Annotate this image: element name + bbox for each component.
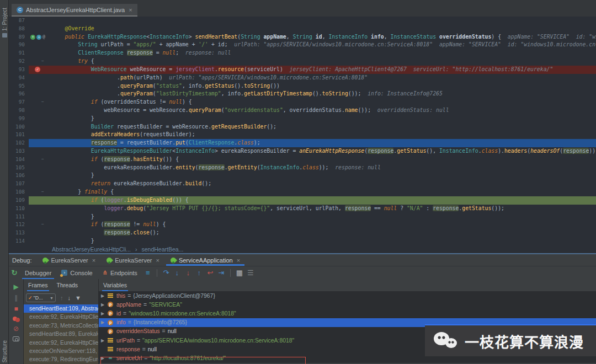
pause-icon[interactable]: ∥ — [14, 295, 18, 302]
code-line-89[interactable]: 89↑↓@ public EurekaHttpResponse<Instance… — [9, 33, 596, 41]
code-line-101[interactable]: 101 addExtraHeaders(requestBuilder); — [9, 131, 596, 139]
fold-marker-icon[interactable]: − — [41, 221, 44, 229]
breadcrumb-method[interactable]: sendHeartBea... — [141, 246, 183, 253]
resume-icon[interactable]: ▶ — [13, 283, 18, 291]
code-line-body: eurekaResponseBuilder.entity(response.ge… — [29, 164, 596, 172]
code-editor[interactable]: 8788 @Override89↑↓@ public EurekaHttpRes… — [9, 17, 596, 245]
variable-row[interactable]: ▶this={JerseyApplicationClient@7967} — [99, 291, 596, 300]
code-line-108[interactable]: 108− } finally { — [9, 188, 596, 196]
variable-row[interactable]: ▶pid="windows10.microdone.cn:ServiceA:80… — [99, 309, 596, 318]
code-line-109[interactable]: 109 if (logger.isDebugEnabled()) { — [9, 196, 596, 205]
fold-marker-icon[interactable]: − — [41, 156, 44, 164]
close-icon[interactable]: × — [129, 7, 132, 13]
code-line-92[interactable]: 92− try { — [9, 57, 596, 66]
evaluate-expression-icon[interactable]: ▦ — [234, 269, 245, 277]
expand-arrow-icon[interactable]: ▶ — [99, 293, 107, 298]
code-line-87[interactable]: 87 — [9, 17, 596, 25]
expand-arrow-icon[interactable]: ▶ — [99, 338, 107, 343]
close-icon[interactable]: × — [92, 257, 95, 264]
close-icon[interactable]: × — [237, 257, 240, 264]
code-line-98[interactable]: 98 webResource = webResource.queryParam(… — [9, 106, 596, 115]
next-frame-icon[interactable]: ↓ — [68, 295, 71, 301]
rerun-icon[interactable]: ↻ — [9, 269, 20, 277]
code-segment: @Override — [65, 25, 94, 31]
previous-frame-icon[interactable]: ↑ — [60, 295, 63, 301]
implements-icon[interactable]: ↓ — [36, 35, 41, 40]
line-number: 92 — [9, 57, 29, 66]
code-line-body: } — [29, 213, 596, 221]
tab-debugger[interactable]: Debugger — [20, 266, 56, 279]
run-tab-ServiceAApplication[interactable]: ServiceAApplication× — [165, 254, 246, 266]
stack-frame-row[interactable]: executeOnNewServer:118, R — [24, 347, 98, 355]
code-line-106[interactable]: 106 } — [9, 172, 596, 180]
tab-console[interactable]: › Console — [56, 266, 97, 279]
code-line-111[interactable]: 111 } — [9, 213, 596, 221]
fold-marker-icon[interactable]: − — [41, 57, 44, 66]
step-into-icon[interactable]: ↓ — [172, 269, 183, 277]
gutter-icons — [29, 229, 47, 237]
overrides-icon[interactable]: ↑ — [30, 35, 35, 40]
stack-frame-row[interactable]: execute:73, MetricsCollecting — [24, 322, 98, 330]
code-line-105[interactable]: 105 eurekaResponseBuilder.entity(respons… — [9, 164, 596, 172]
close-icon[interactable]: × — [156, 257, 159, 264]
run-tab-EurekaServer[interactable]: EurekaServer× — [101, 254, 165, 266]
code-segment: , serviceUrl, urlPath, — [270, 205, 345, 211]
code-line-99[interactable]: 99 } — [9, 115, 596, 123]
tab-frames[interactable]: Frames — [24, 279, 52, 291]
fold-marker-icon[interactable]: − — [41, 188, 44, 196]
run-tab-EurekaServer[interactable]: EurekaServer× — [37, 254, 101, 266]
expand-arrow-icon[interactable]: ▶ — [99, 302, 107, 307]
project-tool-button[interactable]: 1: Project — [0, 8, 9, 38]
code-line-103[interactable]: 103 EurekaHttpResponseBuilder<InstanceIn… — [9, 147, 596, 156]
breakpoint-icon[interactable]: ✓ — [35, 67, 40, 72]
code-line-90[interactable]: 90 String urlPath = "apps/" + appName + … — [9, 41, 596, 49]
view-breakpoints-icon[interactable] — [13, 317, 19, 322]
code-line-104[interactable]: 104− if (response.hasEntity()) { — [9, 156, 596, 164]
code-segment: queryParam — [120, 83, 153, 89]
code-line-97[interactable]: 97− if (overriddenStatus != null) { — [9, 98, 596, 106]
filter-icon[interactable]: ▼ — [75, 295, 81, 301]
stack-frame-row[interactable]: execute:92, EurekaHttpClient — [24, 339, 98, 347]
code-line-114[interactable]: 114 } — [9, 237, 596, 245]
tab-variables[interactable]: Variables — [99, 279, 131, 291]
fold-marker-icon[interactable]: − — [41, 98, 44, 106]
expand-arrow-icon[interactable]: ▶ — [99, 356, 107, 361]
structure-tool-button[interactable]: Structure — [0, 340, 9, 363]
mute-breakpoints-icon[interactable]: ⊘ — [13, 325, 19, 333]
code-line-107[interactable]: 107 return eurekaResponseBuilder.build()… — [9, 180, 596, 188]
code-line-100[interactable]: 100 Builder requestBuilder = webResource… — [9, 123, 596, 131]
drop-frame-icon[interactable]: ↩ — [205, 269, 216, 277]
code-line-113[interactable]: 113 response.close(); — [9, 229, 596, 237]
code-text: logger.debug("Jersey HTTP PUT {}/{}; sta… — [47, 205, 596, 213]
code-line-91[interactable]: 91 ClientResponse response = null; respo… — [9, 49, 596, 57]
code-line-95[interactable]: 95 .queryParam("status", info.getStatus(… — [9, 82, 596, 90]
tab-threads[interactable]: Threads — [52, 279, 83, 291]
code-line-94[interactable]: 94 .path(urlPath) urlPath: "apps/SERVICE… — [9, 74, 596, 82]
line-number: 108 — [9, 188, 29, 196]
breadcrumb-file[interactable]: AbstractJerseyEurekaHttpCli... — [52, 246, 131, 253]
thread-dropdown[interactable]: ✓ "D... ▼ — [26, 293, 56, 302]
layout-menu-icon[interactable]: ≡ — [142, 269, 153, 277]
code-line-88[interactable]: 88 @Override — [9, 25, 596, 33]
step-over-icon[interactable]: ↷ — [161, 269, 172, 277]
tab-endpoints[interactable]: ⋔ Endpoints — [98, 266, 142, 279]
stack-frame-row[interactable]: sendHeartBeat:109, Abstract — [24, 304, 98, 313]
code-line-102[interactable]: 102 response = requestBuilder.put(Client… — [9, 139, 596, 147]
expand-arrow-icon[interactable]: ▶ — [99, 320, 107, 325]
stack-frame-row[interactable]: execute:92, EurekaHttpClient — [24, 313, 98, 321]
stop-icon[interactable]: ■ — [14, 306, 18, 313]
code-line-96[interactable]: 96 .queryParam("lastDirtyTimestamp", inf… — [9, 90, 596, 98]
stack-frame-row[interactable]: sendHeartBeat:89, EurekaHtt — [24, 330, 98, 338]
variable-row[interactable]: ▶pappName="SERVICEA" — [99, 300, 596, 309]
editor-tab[interactable]: C AbstractJerseyEurekaHttpClient.java × — [12, 4, 137, 17]
layout-settings-icon[interactable]: ☰ — [245, 269, 256, 277]
code-line-110[interactable]: 110 logger.debug("Jersey HTTP PUT {}/{};… — [9, 205, 596, 213]
code-line-112[interactable]: 112− if (response != null) { — [9, 221, 596, 229]
force-step-into-icon[interactable]: ↓ — [183, 269, 194, 277]
expand-arrow-icon[interactable]: ▶ — [99, 311, 107, 316]
run-to-cursor-icon[interactable]: ⇥ — [216, 269, 227, 277]
code-line-93[interactable]: 93✓ WebResource webResource = jerseyClie… — [9, 66, 596, 74]
stack-frame-row[interactable]: execute:79, RedirectingEurek — [24, 355, 98, 363]
thread-dump-camera-icon[interactable] — [13, 336, 19, 341]
step-out-icon[interactable]: ↑ — [194, 269, 205, 277]
